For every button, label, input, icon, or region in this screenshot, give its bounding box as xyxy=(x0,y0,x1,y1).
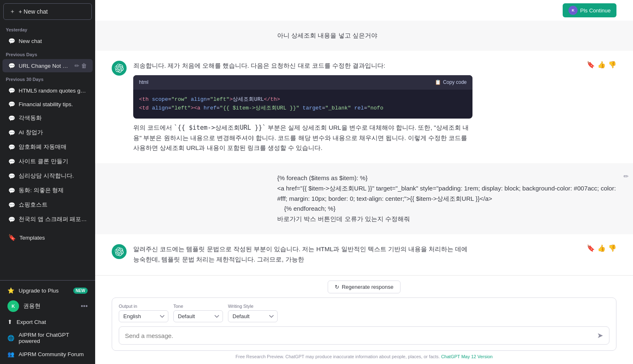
sidebar-item-ai[interactable]: 💬 AI 창업가 xyxy=(2,126,93,140)
upgrade-to-plus-item[interactable]: ⭐ Upgrade to Plus NEW xyxy=(3,284,92,297)
aiprm-item[interactable]: 🌐 AIPRM for ChatGPT powered xyxy=(3,328,92,347)
input-container: Output in English Korean Japanese Tone D… xyxy=(112,297,616,351)
user-message-2-text: {% foreach ($items as $item): %} <a href… xyxy=(277,174,616,222)
new-chat-top-button[interactable]: ＋ + New chat xyxy=(3,3,92,20)
pencil-icon[interactable]: ✏ xyxy=(74,62,79,69)
refresh-icon: ↻ xyxy=(335,284,339,290)
upgrade-label: Upgrade to Plus xyxy=(19,288,59,294)
sidebar-item-program-label: 천국의 앱 스크래퍼 패포 추... xyxy=(19,216,87,223)
new-badge: NEW xyxy=(73,288,88,294)
pls-continue-avatar: K xyxy=(568,6,578,15)
sidebar-item-url-change[interactable]: 💬 URL Change Not Possi ✏ 🗑 xyxy=(2,59,93,72)
aiprm-label: AIPRM for ChatGPT powered xyxy=(19,332,88,344)
export-label: Export Chat xyxy=(17,319,46,325)
export-chat-item[interactable]: ⬆ Export Chat xyxy=(3,315,92,328)
chat-icon-6: 💬 xyxy=(8,129,15,136)
bookmark-icon: 🔖 xyxy=(8,234,16,241)
sidebar-item-fairy-label: 동화: 의좋은 형제 xyxy=(19,187,87,194)
pls-continue-label: Pls Continue xyxy=(580,7,611,14)
user-message-2: ✏ {% foreach ($items as $item): %} <a hr… xyxy=(95,163,633,234)
chat-icon-7: 💬 xyxy=(8,144,15,150)
assistant-message-1-actions: 🔖 👍 👎 xyxy=(587,61,616,69)
code-body-1: <th scope="row" align="left">상세조회URL</th… xyxy=(133,90,472,119)
user-message-1-wrapper: K Pls Continue 아니 상세조회 내용을 넣고 싶은거야 xyxy=(95,0,633,51)
regenerate-button[interactable]: ↻ Regenerate response xyxy=(328,281,400,293)
user-row[interactable]: K 권용현 ••• xyxy=(3,297,92,315)
star-icon: ⭐ xyxy=(7,287,14,294)
bookmark-action-icon-2[interactable]: 🔖 xyxy=(587,244,595,252)
sidebar-item-html5[interactable]: 💬 HTML5 random quotes genera xyxy=(2,84,93,97)
sidebar-item-html5-label: HTML5 random quotes genera xyxy=(19,88,87,94)
writing-style-select[interactable]: Default Academic Creative xyxy=(228,310,278,322)
sidebar-item-program[interactable]: 💬 천국의 앱 스크래퍼 패포 추... xyxy=(2,212,93,226)
sidebar-item-new-chat[interactable]: 💬 New chat xyxy=(2,34,93,48)
chat-icon-4: 💬 xyxy=(8,101,15,107)
plus-icon: ＋ xyxy=(10,8,15,15)
thumbs-up-icon[interactable]: 👍 xyxy=(597,61,606,69)
trash-icon[interactable]: 🗑 xyxy=(81,62,87,69)
tone-label: Tone xyxy=(173,304,223,309)
assistant-message-2-actions: 🔖 👍 👎 xyxy=(587,244,616,252)
sidebar-item-templates[interactable]: 🔖 Templates xyxy=(2,231,93,245)
sidebar-item-url-label: URL Change Not Possi xyxy=(19,63,71,69)
regenerate-row: ↻ Regenerate response xyxy=(112,281,616,293)
bottom-area: ↻ Regenerate response Output in English … xyxy=(95,275,633,364)
assistant-message-2-text: 알려주신 코드에는 템플릿 문법으로 작성된 부분이 있습니다. 저는 HTML… xyxy=(133,245,468,263)
sidebar-item-color[interactable]: 💬 각색동화 xyxy=(2,111,93,125)
community-item[interactable]: 👥 AIPRM Community Forum xyxy=(3,347,92,361)
sidebar: ＋ + New chat Yesterday 💬 New chat Previo… xyxy=(0,0,95,364)
sidebar-item-shop[interactable]: 💬 쇼핑호스트 xyxy=(2,198,93,212)
sidebar-item-site[interactable]: 💬 사이트 클론 만들기 xyxy=(2,155,93,169)
bookmark-action-icon[interactable]: 🔖 xyxy=(587,61,595,69)
sidebar-item-counsel-label: 심리상담 시작합니다. xyxy=(19,172,87,180)
sidebar-item-new-chat-label: New chat xyxy=(19,38,87,44)
chat-icon-9: 💬 xyxy=(8,173,15,179)
tone-select[interactable]: Default Formal Casual xyxy=(173,310,223,322)
message-input[interactable] xyxy=(125,332,593,339)
thumbs-down-icon-2[interactable]: 👎 xyxy=(608,244,616,252)
sidebar-item-counsel[interactable]: 💬 심리상담 시작합니다. xyxy=(2,169,93,183)
templates-label: Templates xyxy=(19,235,87,241)
assistant-message-1-after-text: 위의 코드에서 `{{ $item->상세조회URL }}` 부분은 실제 상세… xyxy=(133,123,472,153)
sidebar-item-crypto-label: 암호화폐 자동매매 xyxy=(19,143,87,151)
copy-code-button-1[interactable]: 📋 Copy code xyxy=(435,79,467,87)
thumbs-down-icon[interactable]: 👎 xyxy=(608,61,616,69)
export-icon: ⬆ xyxy=(7,319,12,325)
chat-bubble-icon-2: 💬 xyxy=(8,62,15,69)
assistant-message-1-text: 죄송합니다. 제가 처음에 오해를 했습니다. 다음은 요청하신 대로 코드를 … xyxy=(133,62,385,69)
message-input-row: ➤ xyxy=(119,326,609,345)
assistant-avatar-1 xyxy=(112,61,127,76)
aiprm-icon: 🌐 xyxy=(7,335,14,341)
sidebar-item-financial-label: Financial stability tips. xyxy=(19,101,87,107)
pls-continue-button[interactable]: K Pls Continue xyxy=(563,3,616,17)
sidebar-item-fairy[interactable]: 💬 동화: 의좋은 형제 xyxy=(2,183,93,197)
assistant-avatar-2 xyxy=(112,244,127,259)
new-chat-top-label: + New chat xyxy=(19,8,48,15)
disclaimer-text: Free Research Preview. ChatGPT may produ… xyxy=(235,354,441,359)
sidebar-item-color-label: 각색동화 xyxy=(19,114,87,122)
tone-group: Tone Default Formal Casual xyxy=(173,304,223,322)
assistant-message-2-content: 알려주신 코드에는 템플릿 문법으로 작성된 부분이 있습니다. 저는 HTML… xyxy=(133,244,472,265)
user-more-icon[interactable]: ••• xyxy=(81,302,88,310)
disclaimer-link[interactable]: ChatGPT May 12 Version xyxy=(441,354,493,359)
sidebar-item-financial[interactable]: 💬 Financial stability tips. xyxy=(2,98,93,111)
chat-bubble-icon: 💬 xyxy=(8,38,15,44)
chat-icon-12: 💬 xyxy=(8,216,15,223)
edit-message-icon-wrap: ✏ xyxy=(623,171,629,182)
chat-icon-8: 💬 xyxy=(8,158,15,165)
chat-icon-10: 💬 xyxy=(8,187,15,194)
assistant-message-2: 알려주신 코드에는 템플릿 문법으로 작성된 부분이 있습니다. 저는 HTML… xyxy=(95,234,633,275)
code-header-1: html 📋 Copy code xyxy=(133,75,472,90)
edit-message-icon[interactable]: ✏ xyxy=(623,173,629,180)
sidebar-item-crypto[interactable]: 💬 암호화폐 자동매매 xyxy=(2,140,93,154)
output-in-select[interactable]: English Korean Japanese xyxy=(119,310,168,322)
sidebar-scroll: Yesterday 💬 New chat Previous Days 💬 URL… xyxy=(0,23,95,280)
user-message-1: 아니 상세조회 내용을 넣고 싶은거야 xyxy=(95,21,633,51)
community-label: AIPRM Community Forum xyxy=(19,351,84,357)
user-name: 권용현 xyxy=(23,302,41,310)
send-button[interactable]: ➤ xyxy=(597,331,603,340)
sidebar-item-shop-label: 쇼핑호스트 xyxy=(19,201,87,209)
user-avatar: K xyxy=(7,300,19,312)
thumbs-up-icon-2[interactable]: 👍 xyxy=(597,244,606,252)
assistant-message-1-content: 죄송합니다. 제가 처음에 오해를 했습니다. 다음은 요청하신 대로 코드를 … xyxy=(133,61,472,153)
